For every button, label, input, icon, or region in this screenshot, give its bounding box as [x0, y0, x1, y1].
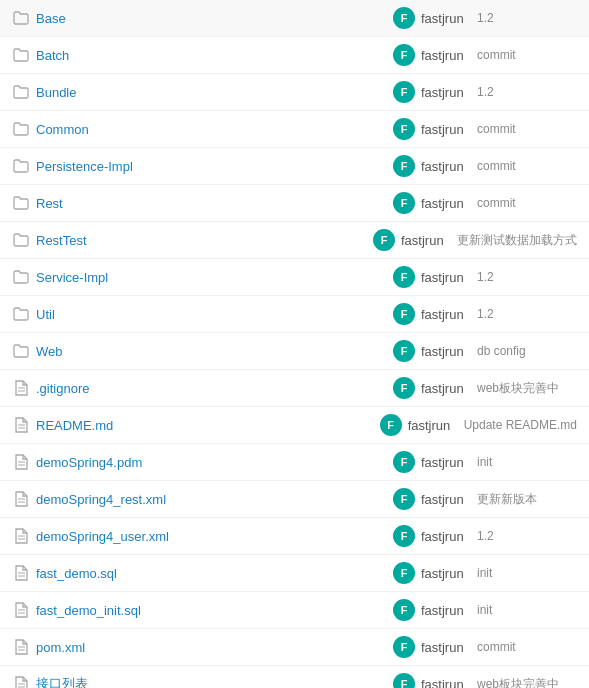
file-name[interactable]: Base — [36, 11, 393, 26]
commit-message: 1.2 — [477, 307, 577, 321]
table-row[interactable]: Service-ImplFfastjrun1.2 — [0, 259, 589, 296]
commit-message: commit — [477, 122, 577, 136]
table-row[interactable]: UtilFfastjrun1.2 — [0, 296, 589, 333]
table-row[interactable]: CommonFfastjruncommit — [0, 111, 589, 148]
avatar[interactable]: F — [393, 7, 415, 29]
file-list: BaseFfastjrun1.2 BatchFfastjruncommit Bu… — [0, 0, 589, 688]
author-name: fastjrun — [421, 640, 471, 655]
file-name[interactable]: demoSpring4_rest.xml — [36, 492, 393, 507]
avatar[interactable]: F — [393, 340, 415, 362]
table-row[interactable]: BundleFfastjrun1.2 — [0, 74, 589, 111]
file-name[interactable]: Util — [36, 307, 393, 322]
table-row[interactable]: demoSpring4.pdmFfastjruninit — [0, 444, 589, 481]
avatar[interactable]: F — [393, 599, 415, 621]
folder-icon — [12, 268, 30, 286]
file-name[interactable]: README.md — [36, 418, 380, 433]
table-row[interactable]: Persistence-ImplFfastjruncommit — [0, 148, 589, 185]
author-name: fastjrun — [408, 418, 458, 433]
file-name[interactable]: .gitignore — [36, 381, 393, 396]
author-name: fastjrun — [421, 381, 471, 396]
file-name[interactable]: Common — [36, 122, 393, 137]
author-name: fastjrun — [421, 48, 471, 63]
author-name: fastjrun — [421, 11, 471, 26]
file-name[interactable]: fast_demo_init.sql — [36, 603, 393, 618]
avatar[interactable]: F — [393, 155, 415, 177]
avatar[interactable]: F — [393, 266, 415, 288]
folder-icon — [12, 157, 30, 175]
table-row[interactable]: WebFfastjrundb config — [0, 333, 589, 370]
file-name[interactable]: demoSpring4.pdm — [36, 455, 393, 470]
author-name: fastjrun — [421, 344, 471, 359]
author-section: Ffastjruninit — [393, 562, 577, 584]
table-row[interactable]: BaseFfastjrun1.2 — [0, 0, 589, 37]
table-row[interactable]: BatchFfastjruncommit — [0, 37, 589, 74]
folder-icon — [12, 46, 30, 64]
folder-icon — [12, 83, 30, 101]
folder-icon — [12, 231, 30, 249]
file-name[interactable]: Web — [36, 344, 393, 359]
table-row[interactable]: fast_demo_init.sqlFfastjruninit — [0, 592, 589, 629]
table-row[interactable]: README.mdFfastjrunUpdate README.md — [0, 407, 589, 444]
commit-message: init — [477, 603, 577, 617]
file-name[interactable]: Persistence-Impl — [36, 159, 393, 174]
file-name[interactable]: fast_demo.sql — [36, 566, 393, 581]
table-row[interactable]: demoSpring4_rest.xmlFfastjrun更新新版本 — [0, 481, 589, 518]
author-section: Ffastjrunweb板块完善中 — [393, 377, 577, 399]
author-section: Ffastjrun1.2 — [393, 303, 577, 325]
author-section: Ffastjrunweb板块完善中 — [393, 673, 577, 688]
author-name: fastjrun — [421, 122, 471, 137]
avatar[interactable]: F — [393, 451, 415, 473]
author-section: Ffastjruncommit — [393, 155, 577, 177]
avatar[interactable]: F — [393, 562, 415, 584]
file-name[interactable]: Bundle — [36, 85, 393, 100]
folder-icon — [12, 305, 30, 323]
commit-message: init — [477, 566, 577, 580]
table-row[interactable]: 接口列表Ffastjrunweb板块完善中 — [0, 666, 589, 688]
avatar[interactable]: F — [393, 377, 415, 399]
file-name[interactable]: Batch — [36, 48, 393, 63]
author-name: fastjrun — [421, 603, 471, 618]
avatar[interactable]: F — [393, 303, 415, 325]
author-section: Ffastjruncommit — [393, 44, 577, 66]
file-icon — [12, 675, 30, 688]
commit-message: commit — [477, 48, 577, 62]
table-row[interactable]: .gitignoreFfastjrunweb板块完善中 — [0, 370, 589, 407]
file-name[interactable]: pom.xml — [36, 640, 393, 655]
table-row[interactable]: pom.xmlFfastjruncommit — [0, 629, 589, 666]
avatar[interactable]: F — [393, 525, 415, 547]
file-name[interactable]: Service-Impl — [36, 270, 393, 285]
commit-message: commit — [477, 196, 577, 210]
folder-icon — [12, 342, 30, 360]
avatar[interactable]: F — [393, 118, 415, 140]
table-row[interactable]: demoSpring4_user.xmlFfastjrun1.2 — [0, 518, 589, 555]
author-name: fastjrun — [421, 566, 471, 581]
avatar[interactable]: F — [393, 192, 415, 214]
file-name[interactable]: RestTest — [36, 233, 373, 248]
commit-message: 1.2 — [477, 85, 577, 99]
folder-icon — [12, 9, 30, 27]
table-row[interactable]: fast_demo.sqlFfastjruninit — [0, 555, 589, 592]
avatar[interactable]: F — [393, 44, 415, 66]
author-section: Ffastjrun1.2 — [393, 525, 577, 547]
avatar[interactable]: F — [380, 414, 402, 436]
author-name: fastjrun — [421, 492, 471, 507]
avatar[interactable]: F — [393, 81, 415, 103]
commit-message: web板块完善中 — [477, 676, 577, 689]
table-row[interactable]: RestFfastjruncommit — [0, 185, 589, 222]
author-name: fastjrun — [421, 85, 471, 100]
file-name[interactable]: demoSpring4_user.xml — [36, 529, 393, 544]
commit-message: commit — [477, 640, 577, 654]
commit-message: 1.2 — [477, 529, 577, 543]
avatar[interactable]: F — [393, 488, 415, 510]
table-row[interactable]: RestTestFfastjrun更新测试数据加载方式 — [0, 222, 589, 259]
folder-icon — [12, 194, 30, 212]
avatar[interactable]: F — [393, 673, 415, 688]
file-name[interactable]: 接口列表 — [36, 675, 393, 688]
file-icon — [12, 490, 30, 508]
file-name[interactable]: Rest — [36, 196, 393, 211]
author-section: Ffastjruncommit — [393, 118, 577, 140]
commit-message: 1.2 — [477, 11, 577, 25]
avatar[interactable]: F — [373, 229, 395, 251]
author-name: fastjrun — [421, 455, 471, 470]
avatar[interactable]: F — [393, 636, 415, 658]
